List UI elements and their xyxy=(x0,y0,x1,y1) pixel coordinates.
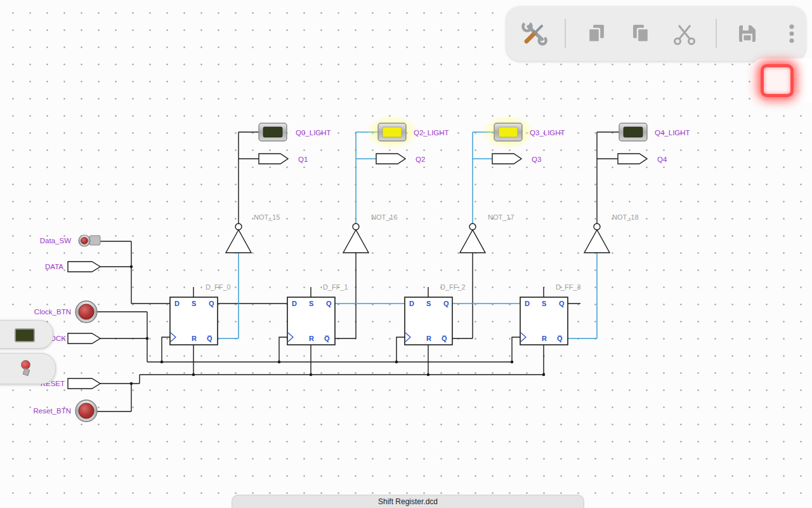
not-gate-16[interactable]: NOT_16 xyxy=(343,213,398,253)
ff-pin-d: D xyxy=(292,300,297,307)
pin-label: Q2 xyxy=(416,156,425,163)
toolbar-separator xyxy=(565,19,566,48)
ff-pin-q: Q xyxy=(326,300,332,307)
ff-pin-q: Q xyxy=(443,300,449,307)
ff-pin-d: D xyxy=(409,300,414,307)
led-q0-light[interactable]: Q0_LIGHT xyxy=(259,123,331,141)
led-q2-light[interactable]: Q2_LIGHT xyxy=(365,115,449,149)
file-tab[interactable]: Shift Register.dcd xyxy=(232,495,584,508)
gate-label: NOT_17 xyxy=(488,213,514,221)
bulb-base-icon xyxy=(23,368,30,376)
ff-label: D_FF_2 xyxy=(440,283,466,291)
paste-button[interactable] xyxy=(627,20,655,48)
pin-label: Q4 xyxy=(657,156,667,163)
save-icon xyxy=(735,21,760,46)
ff-pin-qn: Q̅ xyxy=(324,335,330,342)
led-q3-light[interactable]: Q3_LIGHT xyxy=(481,115,565,149)
overflow-menu-button[interactable] xyxy=(778,20,806,48)
ff-pin-d: D xyxy=(525,300,530,307)
paste-icon xyxy=(628,21,653,46)
not-gate-15[interactable]: NOT_15 xyxy=(226,213,280,253)
wire-low[interactable] xyxy=(96,132,619,411)
wires[interactable] xyxy=(96,132,619,411)
output-pin-q3[interactable]: Q3 xyxy=(492,154,541,164)
led-q4-light[interactable]: Q4_LIGHT xyxy=(619,123,690,141)
led-label: Q3_LIGHT xyxy=(530,129,565,137)
tools-icon xyxy=(520,20,548,48)
output-pin-q2[interactable]: Q2 xyxy=(376,154,425,164)
button-label: Reset_BTN xyxy=(34,407,71,415)
gate-label: NOT_15 xyxy=(254,213,280,221)
led-label: Q0_LIGHT xyxy=(296,129,331,137)
led-display-icon xyxy=(15,328,35,342)
palette-tab-led[interactable] xyxy=(0,320,53,349)
main-toolbar xyxy=(506,6,806,61)
pin-label: DATA xyxy=(45,263,63,271)
button-label: Clock_BTN xyxy=(34,308,71,316)
led-label: Q2_LIGHT xyxy=(414,129,449,137)
copy-icon xyxy=(584,21,609,46)
ff-pin-r: R xyxy=(309,335,314,342)
ff-pin-r: R xyxy=(426,335,431,342)
overflow-menu-icon xyxy=(779,21,804,46)
pin-label: Q3 xyxy=(532,156,541,163)
file-tab-label: Shift Register.dcd xyxy=(378,497,438,506)
toggle-switch-data-sw[interactable]: Data_SW xyxy=(40,235,100,246)
gate-label: NOT_16 xyxy=(371,213,398,221)
input-pin-data[interactable]: DATA xyxy=(45,262,100,272)
gate-label: NOT_18 xyxy=(612,213,639,221)
flipflop-d-ff-0[interactable]: D S Q R Q̅ D_FF_0 xyxy=(170,283,231,345)
flipflop-d-ff-3[interactable]: D S Q R Q̅ D_FF_3 xyxy=(520,283,581,345)
flipflop-d-ff-2[interactable]: D S Q R Q̅ D_FF_2 xyxy=(405,283,466,345)
copy-button[interactable] xyxy=(582,20,610,48)
push-button-reset-btn[interactable]: Reset_BTN xyxy=(34,400,97,422)
circuit-canvas[interactable]: Q0_LIGHT Q2_LIGHT Q3_LIGHT Q4_LIGHT Q1 Q… xyxy=(0,0,812,508)
ff-label: D_FF_3 xyxy=(556,283,581,291)
ff-label: D_FF_1 xyxy=(323,283,348,291)
ff-pin-qn: Q̅ xyxy=(442,335,447,342)
cut-icon xyxy=(672,21,698,46)
toolbar-separator xyxy=(716,19,717,48)
ff-pin-qn: Q̅ xyxy=(557,335,563,342)
ff-pin-qn: Q̅ xyxy=(207,335,213,342)
ff-pin-s: S xyxy=(309,300,313,307)
ff-pin-r: R xyxy=(542,335,547,342)
ff-pin-s: S xyxy=(542,300,546,307)
ff-pin-s: S xyxy=(192,300,196,307)
ff-pin-d: D xyxy=(174,300,180,307)
output-pin-q1[interactable]: Q1 xyxy=(259,154,308,164)
pin-label: Q1 xyxy=(298,156,308,163)
tools-button[interactable] xyxy=(520,20,548,48)
record-stop-button[interactable] xyxy=(761,64,794,97)
led-label: Q4_LIGHT xyxy=(655,129,690,137)
ff-pin-r: R xyxy=(192,335,197,342)
save-button[interactable] xyxy=(733,20,761,48)
ff-pin-s: S xyxy=(426,300,431,307)
cut-button[interactable] xyxy=(671,20,699,48)
flipflop-d-ff-1[interactable]: D S Q R Q̅ D_FF_1 xyxy=(287,283,348,345)
ff-label: D_FF_0 xyxy=(206,283,231,291)
not-gate-18[interactable]: NOT_18 xyxy=(584,213,639,253)
output-pin-q4[interactable]: Q4 xyxy=(618,154,667,164)
switch-label: Data_SW xyxy=(40,237,71,244)
ff-pin-q: Q xyxy=(209,300,214,307)
palette-tab-bulb[interactable] xyxy=(0,353,56,384)
ff-pin-q: Q xyxy=(559,300,565,307)
push-button-clock-btn[interactable]: Clock_BTN xyxy=(34,301,97,323)
not-gate-17[interactable]: NOT_17 xyxy=(460,213,514,253)
